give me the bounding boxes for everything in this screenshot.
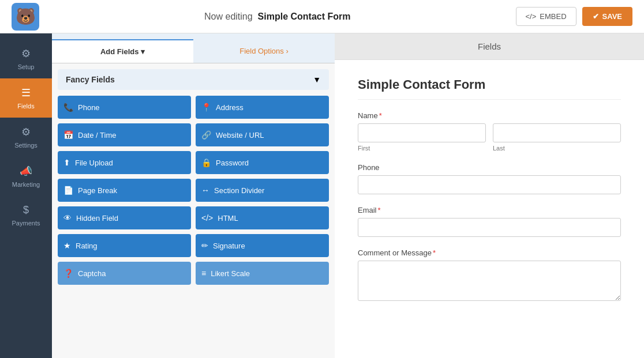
embed-button[interactable]: </> EMBED (516, 7, 576, 26)
settings-icon: ⚙ (21, 126, 31, 138)
field-btn-label: Website / URL (216, 131, 264, 140)
form-field-comment: Comment or Message* (358, 248, 621, 303)
payments-icon: $ (23, 204, 29, 216)
tab-add-fields[interactable]: Add Fields ▾ (52, 39, 193, 63)
sidebar-item-marketing[interactable]: 📣 Marketing (0, 157, 52, 196)
lock-icon: 🔒 (201, 158, 211, 167)
editing-label: Now editing (204, 12, 253, 21)
field-btn-label: Password (216, 159, 249, 167)
required-indicator: * (379, 111, 382, 120)
comment-textarea[interactable] (358, 261, 621, 301)
main-layout: ⚙ Setup ☰ Fields ⚙ Settings 📣 Marketing … (0, 33, 644, 358)
field-btn-label: Date / Time (78, 131, 116, 140)
marketing-icon: 📣 (20, 165, 32, 178)
panel-label: Fields (478, 42, 501, 51)
save-icon: ✔ (593, 12, 599, 21)
field-btn-file-upload[interactable]: ⬆ File Upload (58, 151, 191, 174)
upload-icon: ⬆ (63, 158, 70, 167)
field-btn-label: Section Divider (214, 186, 264, 195)
header-title: Now editing Simple Contact Form (204, 12, 350, 22)
field-btn-label: File Upload (75, 159, 113, 167)
field-btn-address[interactable]: 📍 Address (196, 96, 329, 119)
header-actions: </> EMBED ✔ SAVE (516, 7, 632, 26)
address-icon: 📍 (201, 103, 211, 112)
calendar-icon: 📅 (63, 130, 73, 140)
form-field-name: Name* First Last (358, 111, 621, 152)
form-preview-content: Simple Contact Form Name* First Last (335, 60, 644, 358)
app-logo: 🐻 (12, 3, 39, 31)
field-btn-website-url[interactable]: 🔗 Website / URL (196, 123, 329, 146)
setup-icon: ⚙ (21, 47, 31, 60)
field-btn-signature[interactable]: ✏ Signature (196, 234, 329, 257)
required-indicator: * (378, 206, 381, 214)
tab-field-options[interactable]: Field Options › (193, 39, 335, 63)
email-label: Email* (358, 206, 621, 214)
name-col-first: First (358, 123, 486, 152)
field-btn-html[interactable]: </> HTML (196, 206, 329, 229)
embed-label: EMBED (540, 12, 566, 21)
field-btn-rating[interactable]: ★ Rating (58, 234, 191, 257)
field-btn-hidden-field[interactable]: 👁 Hidden Field (58, 206, 191, 229)
link-icon: 🔗 (201, 130, 211, 140)
html-icon: </> (201, 213, 213, 223)
sidebar-item-label: Setup (18, 63, 35, 70)
email-input[interactable] (358, 218, 621, 237)
field-btn-section-divider[interactable]: ↔ Section Divider (196, 179, 329, 202)
fields-tab-bar: Add Fields ▾ Field Options › (52, 39, 335, 63)
hidden-field-icon: 👁 (63, 213, 72, 223)
first-label: First (358, 145, 486, 152)
sidebar-item-label: Fields (17, 103, 34, 110)
sidebar-item-settings[interactable]: ⚙ Settings (0, 118, 52, 157)
form-field-phone: Phone (358, 163, 621, 194)
embed-icon: </> (526, 12, 537, 21)
sidebar-item-label: Settings (14, 142, 38, 149)
sidebar-nav: ⚙ Setup ☰ Fields ⚙ Settings 📣 Marketing … (0, 33, 52, 358)
form-preview-panel: Fields Simple Contact Form Name* First L… (335, 33, 644, 358)
field-btn-label: Address (216, 103, 244, 112)
field-btn-label: Hidden Field (76, 214, 118, 223)
field-btn-label: Phone (78, 103, 100, 112)
likert-icon: ≡ (201, 269, 206, 278)
fields-content: Fancy Fields ▼ 📞 Phone 📍 Address 📅 Date … (52, 63, 335, 358)
field-btn-label: HTML (218, 214, 238, 223)
field-btn-captcha[interactable]: ❓ Captcha (58, 262, 191, 285)
sidebar-item-fields[interactable]: ☰ Fields (0, 78, 52, 118)
page-break-icon: 📄 (63, 186, 73, 195)
top-header: 🐻 Now editing Simple Contact Form </> EM… (0, 0, 644, 33)
sidebar-item-payments[interactable]: $ Payments (0, 196, 52, 235)
field-btn-phone[interactable]: 📞 Phone (58, 96, 191, 119)
form-field-email: Email* (358, 206, 621, 237)
name-label: Name* (358, 111, 621, 120)
sidebar-item-label: Payments (12, 220, 40, 227)
comment-label: Comment or Message* (358, 248, 621, 257)
logo-area: 🐻 (12, 3, 39, 31)
field-btn-password[interactable]: 🔒 Password (196, 151, 329, 174)
star-icon: ★ (63, 241, 71, 250)
name-last-input[interactable] (493, 123, 621, 142)
form-name-label: Simple Contact Form (258, 12, 351, 21)
field-btn-label: Signature (213, 242, 245, 250)
save-label: SAVE (602, 12, 622, 21)
name-row: First Last (358, 123, 621, 152)
field-btn-date-time[interactable]: 📅 Date / Time (58, 123, 191, 146)
field-buttons-grid: 📞 Phone 📍 Address 📅 Date / Time 🔗 Websit… (58, 96, 329, 285)
field-btn-page-break[interactable]: 📄 Page Break (58, 179, 191, 202)
field-btn-label: Likert Scale (211, 269, 250, 278)
form-preview-header: Fields (335, 33, 644, 60)
field-btn-label: Captcha (78, 269, 106, 278)
last-label: Last (493, 145, 621, 152)
sidebar-item-setup[interactable]: ⚙ Setup (0, 39, 52, 78)
save-button[interactable]: ✔ SAVE (582, 7, 632, 26)
sidebar-item-label: Marketing (12, 181, 40, 188)
phone-input[interactable] (358, 175, 621, 194)
fancy-fields-title: Fancy Fields (66, 75, 115, 84)
chevron-down-icon: ▼ (313, 75, 321, 84)
form-title: Simple Contact Form (358, 77, 621, 100)
field-btn-label: Rating (76, 242, 98, 250)
section-divider-icon: ↔ (201, 186, 209, 195)
phone-icon: 📞 (63, 103, 73, 112)
fancy-fields-header[interactable]: Fancy Fields ▼ (58, 69, 329, 90)
name-first-input[interactable] (358, 123, 486, 142)
name-col-last: Last (493, 123, 621, 152)
field-btn-likert-scale[interactable]: ≡ Likert Scale (196, 262, 329, 285)
